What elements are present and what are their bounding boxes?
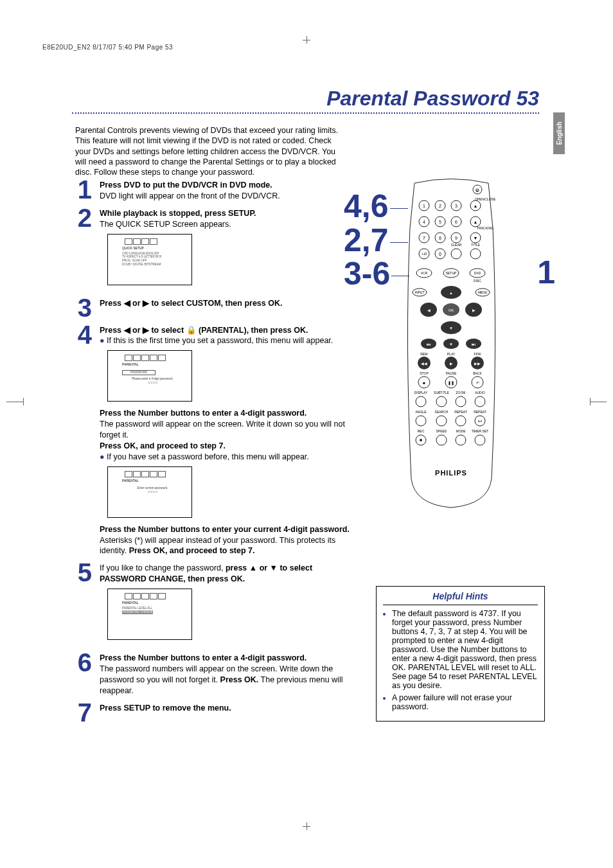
- hint-item: A power failure will not erase your pass…: [392, 693, 538, 711]
- intro-text: Parental Controls prevents viewing of DV…: [75, 125, 345, 177]
- step-bold: Press OK.: [220, 675, 259, 684]
- bullet-icon: ●: [100, 452, 105, 461]
- svg-text:+10: +10: [422, 252, 427, 256]
- svg-point-92: [416, 416, 426, 426]
- language-label: English: [556, 121, 563, 145]
- svg-text:A-B: A-B: [478, 420, 483, 423]
- step-6: 6 Press the Number buttons to enter a 4-…: [67, 653, 357, 696]
- menu-parental-password: PARENTAL PASSWORD Please enter a 4-digit…: [107, 350, 192, 402]
- svg-text:ZOOM: ZOOM: [456, 391, 466, 394]
- step-number: 1: [67, 179, 92, 202]
- svg-point-103: [436, 435, 447, 445]
- svg-text:5: 5: [439, 220, 441, 224]
- step-bold: Press ◀ or ▶ to select 🔒 (PARENTAL), the…: [100, 326, 308, 335]
- svg-text:▲: ▲: [474, 204, 478, 208]
- running-header: E8E20UD_EN2 8/17/07 5:40 PM Page 53: [42, 44, 173, 51]
- step-1: 1 Press DVD to put the DVD/VCR in DVD mo…: [67, 180, 357, 202]
- step-bold: Press DVD to put the DVD/VCR in DVD mode…: [100, 181, 272, 190]
- step-bold: Press SETUP to remove the menu.: [100, 704, 231, 713]
- svg-text:▼: ▼: [474, 236, 478, 240]
- svg-text:STOP: STOP: [420, 371, 429, 375]
- label-open-close: OPEN/CLOSE: [475, 197, 496, 201]
- remote-illustration: ⏻ OPEN/CLOSE 1 2 3 ▲ 4 5 6 ▲ TRACKING 7 …: [402, 177, 501, 511]
- crop-mark: [306, 36, 307, 44]
- svg-text:BACK: BACK: [473, 371, 482, 375]
- svg-text:↶: ↶: [476, 381, 479, 385]
- step-2: 2 While playback is stopped, press SETUP…: [67, 208, 357, 292]
- hints-title: Helpful Hints: [383, 591, 538, 605]
- svg-point-85: [436, 396, 447, 407]
- svg-text:6: 6: [455, 220, 458, 224]
- svg-text:MENU: MENU: [478, 290, 488, 294]
- helpful-hints: Helpful Hints The default password is 47…: [376, 586, 545, 722]
- svg-text:REPEAT: REPEAT: [454, 410, 467, 414]
- svg-text:SEARCH: SEARCH: [435, 410, 449, 414]
- step-number: 6: [67, 651, 92, 696]
- step-bold: Press the Number buttons to enter a 4-di…: [100, 409, 306, 418]
- step-number: 7: [67, 702, 92, 723]
- step-number: 2: [67, 207, 92, 292]
- svg-point-93: [436, 416, 447, 426]
- step-bold: Press OK, and proceed to step 7.: [129, 546, 255, 555]
- svg-text:▶: ▶: [450, 362, 453, 366]
- svg-point-84: [416, 396, 426, 407]
- svg-point-105: [475, 435, 485, 445]
- step-number: 3: [67, 297, 92, 319]
- menu-quick-setup: QUICK SETUP OSD LANGUAGE ENGLISH TV ASPE…: [107, 234, 192, 285]
- svg-text:PLAY: PLAY: [447, 352, 456, 356]
- svg-text:DVD: DVD: [474, 271, 481, 275]
- menu-parental-change: PARENTAL PARENTAL LEVEL ALL PASSWORD CHA…: [107, 589, 192, 640]
- svg-point-31: [451, 249, 461, 259]
- svg-point-87: [475, 396, 485, 407]
- svg-text:SPEED: SPEED: [436, 429, 447, 433]
- step-bullet: If this is the first time you set a pass…: [107, 336, 333, 345]
- page-title: Parental Password 53: [326, 87, 539, 111]
- svg-text:4: 4: [423, 220, 425, 224]
- svg-text:0: 0: [439, 252, 441, 256]
- step-text: The QUICK SETUP Screen appears.: [100, 220, 231, 229]
- crop-mark: [590, 398, 591, 405]
- crop-mark: [590, 402, 607, 402]
- svg-text:1: 1: [423, 204, 425, 208]
- callout-36: 3-6: [344, 256, 390, 292]
- step-3: 3 Press ◀ or ▶ to select CUSTOM, then pr…: [67, 298, 357, 319]
- svg-text:AUDIO: AUDIO: [475, 391, 485, 394]
- manual-page: E8E20UD_EN2 8/17/07 5:40 PM Page 53 Engl…: [0, 0, 613, 868]
- step-bold: Press OK, and proceed to step 7.: [100, 441, 226, 450]
- svg-point-94: [456, 416, 466, 426]
- step-text: The password will appear on the screen. …: [100, 420, 345, 439]
- svg-text:DISC: DISC: [474, 279, 481, 283]
- step-bullet: If you have set a password before, this …: [107, 452, 309, 461]
- svg-text:▼: ▼: [449, 342, 453, 346]
- svg-point-86: [456, 396, 466, 407]
- step-number: 4: [67, 324, 92, 557]
- svg-text:INPUT: INPUT: [415, 290, 425, 294]
- svg-text:CLEAR: CLEAR: [451, 243, 462, 247]
- crop-mark: [23, 398, 24, 405]
- svg-text:8: 8: [439, 236, 441, 240]
- callout-46: 4,6: [344, 188, 389, 224]
- step-bold: While playback is stopped, press SETUP.: [100, 209, 256, 218]
- svg-text:▶▶: ▶▶: [474, 362, 481, 366]
- svg-text:⏮: ⏮: [427, 342, 431, 346]
- svg-text:▼: ▼: [449, 326, 453, 330]
- step-bold: Press ◀ or ▶ to select CUSTOM, then pres…: [100, 299, 282, 308]
- svg-text:3: 3: [455, 204, 458, 208]
- svg-text:PAUSE: PAUSE: [446, 371, 457, 375]
- svg-text:REC: REC: [418, 429, 425, 433]
- svg-text:REW: REW: [420, 352, 428, 356]
- svg-point-102: [420, 439, 422, 441]
- svg-text:TIMER SET: TIMER SET: [472, 429, 489, 433]
- crop-mark: [306, 822, 307, 830]
- remote-callouts: 4,6 2,7 3-6: [344, 190, 409, 291]
- bullet-icon: ●: [100, 336, 105, 345]
- step-number: 5: [67, 562, 92, 646]
- step-5: 5 If you like to change the password, pr…: [67, 563, 357, 646]
- svg-text:ANGLE: ANGLE: [416, 410, 427, 414]
- svg-text:DISPLAY: DISPLAY: [414, 391, 428, 394]
- svg-text:FFW: FFW: [474, 352, 481, 356]
- steps: 1 Press DVD to put the DVD/VCR in DVD mo…: [67, 180, 357, 730]
- step-bold: Press the Number buttons to enter your c…: [100, 525, 350, 534]
- svg-text:◀: ◀: [427, 308, 431, 312]
- svg-text:■: ■: [423, 381, 425, 385]
